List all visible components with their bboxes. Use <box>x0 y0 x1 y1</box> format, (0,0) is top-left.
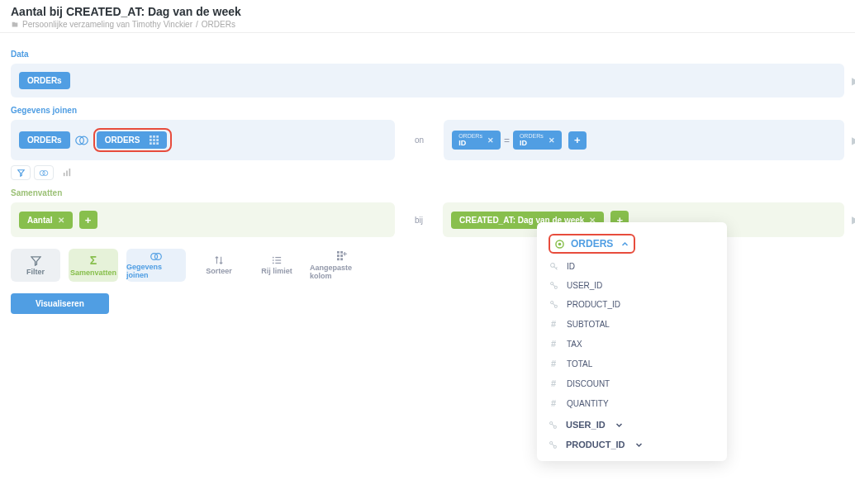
field-option-user_id[interactable]: USER_ID <box>537 276 727 295</box>
grid-icon <box>150 136 159 145</box>
page-title: Aantal bij CREATED_AT: Dag van de week <box>11 5 844 18</box>
svg-rect-10 <box>157 142 159 145</box>
on-label: on <box>411 136 427 145</box>
svg-point-31 <box>558 242 562 245</box>
filter-icon <box>31 255 41 266</box>
join-mini-actions <box>11 165 844 180</box>
svg-point-17 <box>154 253 161 259</box>
join-button[interactable]: Gegevens joinen <box>126 249 186 282</box>
field-option-product_id[interactable]: PRODUCT_ID <box>537 295 727 314</box>
svg-rect-27 <box>340 254 343 257</box>
play-icon[interactable]: ▶ <box>852 135 855 146</box>
play-icon[interactable]: ▶ <box>852 75 855 87</box>
highlight-join-table: ORDERS <box>93 128 173 152</box>
breadcrumb-collection[interactable]: Persoonlijke verzameling van Timothy Vin… <box>22 20 192 29</box>
field-picker-dropdown: ORDERS IDUSER_IDPRODUCT_ID#SUBTOTAL#TAX#… <box>537 222 727 322</box>
aggregate-pill[interactable]: Aantal ✕ <box>19 212 73 229</box>
collection-icon <box>11 21 19 29</box>
equals-separator: = <box>501 135 513 146</box>
close-icon[interactable]: ✕ <box>549 136 555 145</box>
filter-button[interactable]: Filter <box>11 249 60 282</box>
join-cond-left[interactable]: ORDERs ID ✕ <box>452 131 501 150</box>
join-cond-right[interactable]: ORDERs ID ✕ <box>513 131 562 150</box>
svg-rect-13 <box>64 173 65 176</box>
join-right-panel: ORDERs ID ✕ = ORDERs ID ✕ + ▶ <box>444 120 844 160</box>
svg-point-22 <box>273 263 274 264</box>
svg-point-34 <box>554 286 557 288</box>
venn-mini-icon[interactable] <box>34 165 54 180</box>
join-left-panel: ORDERs ORDERS <box>11 120 395 160</box>
field-option-subtotal[interactable]: #SUBTOTAL <box>537 314 727 322</box>
svg-rect-25 <box>340 251 343 254</box>
svg-rect-6 <box>154 139 156 141</box>
svg-point-20 <box>273 259 274 261</box>
sort-icon <box>214 255 224 265</box>
chart-mini-icon[interactable] <box>57 165 77 180</box>
svg-rect-4 <box>157 136 159 138</box>
svg-rect-3 <box>154 136 156 138</box>
sigma-icon: Σ <box>90 254 97 267</box>
add-join-condition-button[interactable]: + <box>568 131 587 150</box>
by-label: bij <box>411 216 426 225</box>
grid-plus-icon <box>337 251 348 262</box>
add-aggregate-button[interactable]: + <box>79 211 97 229</box>
list-icon <box>272 255 282 265</box>
section-label-join: Gegevens joinen <box>11 106 844 115</box>
limit-button[interactable]: Rij limiet <box>252 249 302 282</box>
breadcrumb-item[interactable]: ORDERs <box>202 20 235 29</box>
svg-point-18 <box>273 257 274 259</box>
svg-rect-14 <box>66 171 68 177</box>
field-option-id[interactable]: ID <box>537 257 727 276</box>
svg-rect-21 <box>275 259 281 260</box>
type-icon <box>549 262 558 271</box>
svg-rect-8 <box>150 142 152 145</box>
custom-column-button[interactable]: Aangepaste kolom <box>310 249 374 282</box>
close-icon[interactable]: ✕ <box>58 216 64 225</box>
svg-rect-26 <box>337 254 340 257</box>
section-label-summarize: Samenvatten <box>11 188 844 197</box>
svg-rect-15 <box>69 169 71 176</box>
section-label-data: Data <box>11 50 844 59</box>
svg-rect-28 <box>337 258 340 260</box>
svg-rect-5 <box>150 139 152 141</box>
data-source-pill[interactable]: ORDERs <box>19 72 70 89</box>
svg-rect-24 <box>337 251 340 254</box>
type-icon <box>549 281 558 290</box>
filter-mini-icon[interactable] <box>11 165 31 180</box>
visualize-button[interactable]: Visualiseren <box>11 293 109 314</box>
aggregate-panel: Aantal ✕ + <box>11 202 395 237</box>
close-icon[interactable]: ✕ <box>487 136 494 145</box>
svg-point-12 <box>43 170 48 175</box>
summarize-button[interactable]: Σ Samenvatten <box>69 249 118 282</box>
data-panel: ORDERs ▶ <box>11 64 844 97</box>
breadcrumb: Persoonlijke verzameling van Timothy Vin… <box>11 20 844 29</box>
venn-icon[interactable] <box>75 134 88 147</box>
svg-point-11 <box>40 170 45 175</box>
svg-point-33 <box>550 283 553 285</box>
chevron-up-icon <box>621 240 629 248</box>
type-icon <box>549 300 558 309</box>
svg-rect-29 <box>340 258 343 260</box>
join-left-pill[interactable]: ORDERs <box>19 131 70 149</box>
svg-point-36 <box>554 305 557 307</box>
svg-rect-7 <box>157 139 159 141</box>
svg-rect-23 <box>275 263 281 264</box>
svg-rect-19 <box>275 257 281 258</box>
type-icon: # <box>549 319 558 322</box>
page-header: Aantal bij CREATED_AT: Dag van de week P… <box>0 0 855 33</box>
venn-icon <box>150 252 163 261</box>
join-right-pill[interactable]: ORDERS <box>97 131 168 149</box>
svg-rect-2 <box>150 136 152 138</box>
svg-point-35 <box>550 302 553 304</box>
svg-rect-9 <box>154 142 156 145</box>
table-dot-icon <box>555 240 564 249</box>
play-icon[interactable]: ▶ <box>852 214 855 226</box>
sort-button[interactable]: Sorteer <box>194 249 244 282</box>
dropdown-table-header[interactable]: ORDERS <box>537 231 727 257</box>
